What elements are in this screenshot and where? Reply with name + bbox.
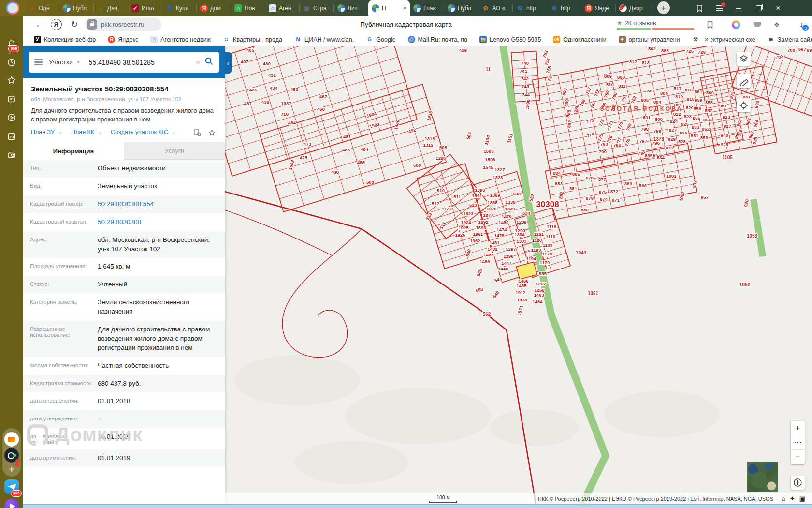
basemap-thumbnail[interactable] [747,462,778,492]
locate-button[interactable] [737,98,751,112]
zoom-out-button[interactable]: − [791,450,805,464]
browser-tab[interactable]: ЯЯнде [581,0,616,16]
fullscreen-icon[interactable]: ▣ [799,495,805,502]
center-target-icon[interactable]: ✦ [790,495,795,502]
history-clock-icon[interactable] [6,57,17,68]
domclick-watermark-text: Домклик [56,424,143,446]
reviews-widget[interactable]: ★ 2К отзывов [617,19,656,27]
object-action-link[interactable]: План ЗУ → [31,129,62,137]
bookmarks-overflow-icon[interactable]: » [702,35,711,43]
browser-tab[interactable]: ⚙АО « [478,0,513,16]
plan-search-icon[interactable] [193,129,202,138]
tab-services[interactable]: Услуги [124,142,225,160]
restore-button[interactable] [752,0,766,16]
yandex-mail-icon[interactable] [4,432,19,447]
map-more-button[interactable]: ⋯ [791,435,805,450]
browser-tab[interactable]: ►Одн [25,0,59,16]
field-value[interactable]: 50:29:0030308:554 [98,200,218,209]
browser-tab[interactable]: ⌂Дач [94,0,128,16]
browser-tab[interactable]: Публ [59,0,94,16]
browser-tab[interactable]: NКупи [162,0,197,16]
yandex-home-button[interactable]: Я [49,16,63,33]
tab-information[interactable]: Информация [23,142,124,160]
search-icon[interactable] [204,57,214,68]
field-value: обл. Московская, р-н Воскресенский, уч-к… [98,236,218,254]
field-row: Площадь уточненная:1 645 кв. м [23,258,225,276]
new-tab-button[interactable]: + [657,1,670,14]
feed-icon[interactable] [6,94,17,105]
lenovo-icon: ▤ [479,36,487,43]
zoom-in-button[interactable]: + [791,421,805,435]
search-box[interactable]: Участки ▾ × [29,52,219,73]
field-row: Адрес:обл. Московская, р-н Воскресенский… [23,231,225,258]
profile-avatar[interactable] [6,1,19,15]
bookmark-item[interactable]: @Mail.Ru: почта, по [408,36,467,43]
calendar-icon[interactable]: 23 [6,131,17,142]
cadastral-map[interactable]: 4291140540743043243443543743845313377184… [225,46,812,504]
menu-burger-icon[interactable] [34,59,43,65]
home-icon[interactable]: ⌂ [782,495,785,502]
bookmark-item[interactable]: okОдноклассники [553,36,606,43]
map-canvas[interactable]: 4291140540743043243443543743845313377184… [225,46,812,504]
bookmark-item[interactable]: ▤Lenovo G580 5935 [479,36,541,43]
alice-toolbar-icon[interactable] [730,16,742,33]
bookmark-label: Одноклассники [563,36,606,43]
bookmark-item[interactable]: ⠶Квартиры - прода [223,36,282,43]
search-input[interactable] [88,58,192,67]
refresh-button[interactable]: ↻ [68,16,81,33]
browser-tab[interactable]: Глав [410,0,444,16]
bookmark-item[interactable]: УКоллекция веб-фр [34,36,96,43]
field-value[interactable]: 50:29:0030308 [98,218,218,227]
minimize-button[interactable] [731,0,746,16]
parcel-label: 767 [589,100,597,109]
chevron-down-icon[interactable]: ▾ [77,60,80,65]
browser-tab[interactable]: ⌂Аген [265,0,300,16]
alice-icon[interactable] [4,499,19,508]
parcel-label: 467 [319,94,327,99]
search-category-select[interactable]: Участки [49,59,73,66]
object-action-link[interactable]: Создать участок ЖС → [111,129,176,137]
back-button[interactable]: ← [33,16,46,33]
clear-search-icon[interactable]: × [196,58,200,66]
reviews-count: 2К отзывов [625,20,656,27]
parcel-label: 806 [660,90,668,96]
menu-icon[interactable] [712,0,727,16]
add-app-icon[interactable]: + [4,463,19,476]
screenshot-camera-icon[interactable] [6,149,17,160]
favorite-star-icon[interactable] [208,129,216,138]
bookmark-item[interactable]: ✦органы управлени [619,36,680,43]
compass-button[interactable] [791,476,805,490]
bookmark-item[interactable]: ⊕Замена сайлент-б [768,36,812,43]
measure-button[interactable] [737,74,751,88]
extensions-icon[interactable]: ❖ [770,16,783,33]
favorites-star-icon[interactable] [6,75,17,86]
browser-tab-active[interactable]: П× [368,0,410,16]
browser-tab[interactable]: Ядом [197,0,231,16]
bookmark-item[interactable]: NЦИАН / www.cian. [294,36,354,43]
bookmark-flag-icon[interactable] [704,16,716,33]
browser-tab[interactable]: ⌂Нов [231,0,265,16]
bookmark-item[interactable]: GGoogle [366,36,395,43]
bookmark-item[interactable]: ⌂Агентство недвиж [150,36,211,43]
object-action-link[interactable]: План КК → [71,129,102,137]
browser-tab[interactable]: ✓Ипот [128,0,162,16]
browser-tab[interactable]: ▦Стра [300,0,334,16]
bookmark-item[interactable]: ЯЯндекс [108,36,138,43]
yandex-music-icon[interactable] [4,448,19,463]
map-attribution: ПКК © Росреестр 2010-2022 | ЕЭКО © Росре… [538,496,773,502]
address-bar[interactable]: pkk.rosreestr.ru [85,18,161,31]
video-play-icon[interactable] [6,112,17,123]
tab-close-icon[interactable]: × [403,5,406,11]
browser-tab[interactable]: Лич [334,0,368,16]
lock-icon[interactable] [87,19,97,30]
browser-tab[interactable]: Публ [444,0,478,16]
close-button[interactable]: × [771,0,785,16]
browser-tab[interactable]: Двор [616,0,650,16]
terrain-shade [294,441,408,484]
panel-collapse-button[interactable]: ‹ [225,52,232,74]
browser-tab[interactable]: ⚙http [547,0,581,16]
layers-button[interactable] [737,52,751,66]
collections-icon[interactable] [751,16,764,33]
tabs-panel-icon[interactable] [692,0,707,16]
browser-tab[interactable]: ⚙http [513,0,547,16]
